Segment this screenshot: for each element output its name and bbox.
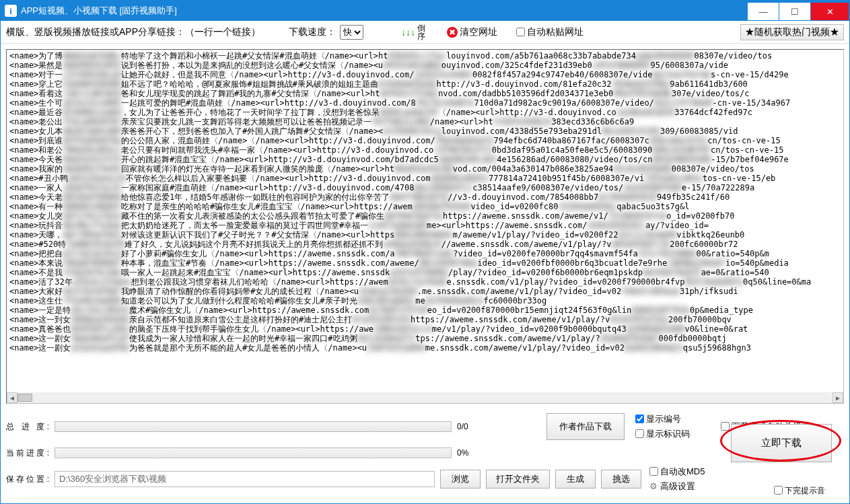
clear-label: 清空网址 [460, 26, 497, 38]
total-progress-label: 总 进 度: [6, 421, 49, 433]
browse-button[interactable]: 浏览 [440, 470, 481, 489]
current-progress-label: 当前进度: [6, 447, 49, 459]
url-hint-label: 横版、竖版视频播放链接或APP分享链接：（一行一个链接） [6, 26, 260, 38]
speed-select[interactable]: 快 [340, 25, 363, 40]
url-list-textbox[interactable]: <name>为了博86bb3a676dbc特地学了这个舞蹈和小棉袄一起跳#父女情… [6, 49, 844, 404]
advanced-settings-button[interactable]: ⚙ 高级设置 [649, 480, 705, 493]
total-progress-bar [55, 421, 452, 432]
gear-icon: ⚙ [649, 481, 658, 491]
scroll-right-icon[interactable]: ► [833, 392, 843, 403]
down-arrows-icon: ↓↓↓ [401, 30, 415, 34]
save-path-input[interactable] [55, 471, 435, 487]
speed-label: 下载速度： [289, 26, 336, 38]
generate-button[interactable]: 生成 [555, 470, 596, 489]
scroll-thumb[interactable] [17, 394, 32, 402]
done-sound-checkbox[interactable]: 下完提示音 [774, 485, 825, 497]
auto-md5-checkbox[interactable]: 自动改MD5 [649, 466, 705, 478]
open-folder-button[interactable]: 打开文件夹 [486, 470, 550, 489]
reverse-button[interactable]: ↓↓↓ 倒序 [398, 23, 428, 42]
current-progress-bar [55, 447, 452, 458]
maximize-button[interactable]: ☐ [779, 3, 810, 20]
minimize-button[interactable]: — [748, 3, 779, 20]
current-progress-text: 0% [457, 448, 468, 458]
download-now-button[interactable]: 立即下载 [731, 424, 832, 462]
author-works-button[interactable]: 作者作品下载 [546, 413, 625, 440]
show-code-checkbox[interactable]: 显示标识码 [635, 428, 690, 440]
window-title: APP短视频、小视频下载 [固乔视频助手] [21, 5, 177, 17]
toolbar: 横版、竖版视频播放链接或APP分享链接：（一行一个链接） 下载速度： 快 ↓↓↓… [1, 21, 849, 44]
clear-icon: ✖ [447, 27, 458, 38]
total-progress-text: 0/0 [457, 422, 468, 431]
show-index-checkbox[interactable]: 显示编号 [635, 413, 690, 425]
scroll-left-icon[interactable]: ◄ [7, 392, 17, 403]
app-icon: i [5, 5, 17, 17]
save-path-label: 保存位置: [6, 474, 49, 485]
auto-paste-checkbox[interactable]: 自动粘贴网址 [516, 26, 583, 38]
clear-urls-button[interactable]: ✖ 清空网址 [444, 25, 500, 40]
title-bar: i APP短视频、小视频下载 [固乔视频助手] — ☐ ✕ [1, 1, 849, 21]
filter-button[interactable]: 挑选 [601, 470, 641, 489]
close-button[interactable]: ✕ [811, 3, 849, 20]
horizontal-scrollbar[interactable]: ◄ ► [7, 392, 843, 403]
random-hot-button[interactable]: ★随机获取热门视频★ [740, 24, 844, 40]
